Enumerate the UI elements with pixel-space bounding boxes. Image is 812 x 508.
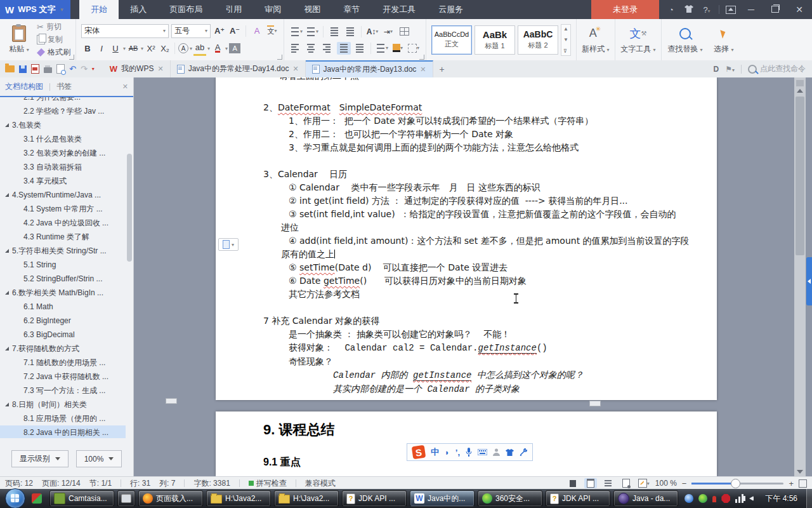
outline-item[interactable]: 5.字符串相关类 String/Str ... xyxy=(0,244,126,258)
help-button[interactable]: ?▾ xyxy=(701,5,712,15)
align-center-button[interactable] xyxy=(305,42,319,55)
dialog-launcher-icon[interactable] xyxy=(419,55,424,60)
skin-shirt-icon[interactable] xyxy=(506,449,514,456)
enclose-char-button[interactable]: A xyxy=(178,43,188,53)
zoom-slider[interactable] xyxy=(691,483,783,485)
page-12[interactable]: 请看上面的第二个点 2、DateFormat SimpleDateFormat1… xyxy=(216,77,717,400)
zoom-in-button[interactable]: + xyxy=(789,479,794,488)
scrollbar-thumb[interactable] xyxy=(796,97,804,255)
decrease-indent-button[interactable] xyxy=(327,25,341,38)
collapse-icon[interactable] xyxy=(5,291,9,295)
direction-button[interactable]: ⇥▾ xyxy=(381,25,395,38)
punctuation-icon[interactable]: ’, xyxy=(455,448,460,457)
outline-item[interactable]: 6.数学相关类 Math/BigIn ... xyxy=(0,286,126,300)
collapse-icon[interactable] xyxy=(5,193,9,197)
collapse-icon[interactable] xyxy=(5,347,9,351)
taskbar-button-7[interactable]: 360安全... xyxy=(478,490,542,507)
outline-item[interactable]: 8.1 应用场景（使用的 ... xyxy=(0,411,126,425)
style-card-2[interactable]: AaBbC标题 2 xyxy=(518,25,558,55)
map-zoom-select[interactable]: 100% xyxy=(76,450,122,467)
outline-item[interactable]: 3.3 自动装箱拆箱 xyxy=(0,160,126,174)
clear-format-button[interactable]: A xyxy=(251,25,263,37)
customize-qat-icon[interactable]: ▾ xyxy=(92,66,95,72)
tray-volume-icon[interactable] xyxy=(749,496,754,501)
char-shading-button[interactable]: A xyxy=(229,43,240,53)
user-icon[interactable] xyxy=(493,448,500,456)
taskbar-button-1[interactable] xyxy=(117,490,135,507)
subscript-button[interactable]: X₂ xyxy=(159,42,171,55)
outline-item[interactable]: 7.获得随机数的方式 xyxy=(0,342,126,356)
font-name-select[interactable]: 宋体▾ xyxy=(81,24,169,38)
close-tab-icon[interactable]: ✕ xyxy=(157,65,163,73)
taskbar-button-5[interactable]: ?JDK API ... xyxy=(342,490,407,507)
style-gallery-arrows[interactable]: ▲▼⊽ xyxy=(561,24,571,56)
menu-tab-1[interactable]: 插入 xyxy=(119,0,158,19)
menu-tab-3[interactable]: 引用 xyxy=(214,0,253,19)
bullet-list-button[interactable]: ▾ xyxy=(289,25,303,38)
taskbar-button-0[interactable]: Camtasia... xyxy=(49,490,114,507)
outline-item[interactable]: 7.3 写一个方法：生成 ... xyxy=(0,384,126,398)
outline-item[interactable]: 6.3 BigDecimal xyxy=(0,328,126,342)
dialog-launcher-icon[interactable] xyxy=(69,55,74,60)
tab-doc-day13[interactable]: Java中的常用类-Day13.doc✕ xyxy=(306,60,433,77)
highlight-button[interactable]: ab xyxy=(193,41,206,56)
distribute-button[interactable] xyxy=(353,42,367,55)
outline-item[interactable]: 4.3 Runtime 类了解 xyxy=(0,230,126,244)
enclose-menu-icon[interactable]: ▾ xyxy=(190,46,192,51)
outline-item[interactable]: 8.日期（时间）相关类 xyxy=(0,398,126,411)
menu-tab-7[interactable]: 开发工具 xyxy=(371,0,427,19)
border-button[interactable]: ▾ xyxy=(407,42,421,55)
outline-item[interactable]: 4.2 Java 中的垃圾回收 ... xyxy=(0,216,126,230)
format-painter-button[interactable]: 格式刷 xyxy=(37,47,70,58)
outline-item[interactable]: 7.1 随机数的使用场景 ... xyxy=(0,356,126,370)
open-icon[interactable] xyxy=(5,65,15,72)
ink-tool-button[interactable]: ▾ xyxy=(638,478,650,488)
strikethrough-button[interactable]: AB xyxy=(127,42,140,55)
close-panel-icon[interactable]: ✕ xyxy=(122,83,128,91)
paste-button[interactable]: 粘贴 ▾ xyxy=(5,25,33,55)
fit-page-icon[interactable] xyxy=(799,479,807,488)
restore-button[interactable] xyxy=(766,0,784,19)
app-logo-button[interactable]: W WPS 文字 ▼ xyxy=(0,0,70,19)
style-card-0[interactable]: AaBbCcDd正文 xyxy=(431,25,472,55)
outline-item[interactable]: 5.2 StringBuffer/Strin ... xyxy=(0,272,126,286)
menu-tab-5[interactable]: 视图 xyxy=(292,0,332,19)
outline-item[interactable]: 2.1 为什么需要... xyxy=(0,97,126,104)
tab-document-map[interactable]: 文档结构图 xyxy=(5,81,43,92)
justify-button[interactable] xyxy=(337,42,351,55)
docer-icon[interactable]: D xyxy=(714,65,719,74)
zoom-percent[interactable]: 100 % xyxy=(655,479,677,488)
outline-item[interactable]: 6.2 BigInteger xyxy=(0,314,126,328)
keyboard-icon[interactable] xyxy=(478,449,487,455)
tab-bookmarks[interactable]: 书签 xyxy=(56,81,72,92)
outline-item[interactable]: 6.1 Math xyxy=(0,300,126,314)
print-icon[interactable] xyxy=(44,67,52,73)
language-mode-icon[interactable]: 中 xyxy=(431,446,439,458)
outline-item[interactable]: 3.4 享元模式 xyxy=(0,174,126,188)
font-size-select[interactable]: 五号▾ xyxy=(171,24,211,38)
insert-table-button[interactable] xyxy=(397,25,411,38)
outline-item[interactable]: 3.包装类 xyxy=(0,118,126,132)
taskbar-button-6[interactable]: WJava中的... xyxy=(410,490,475,507)
style-card-1[interactable]: AaBk标题 1 xyxy=(475,25,515,55)
outline-item[interactable]: 3.1 什么是包装类 xyxy=(0,132,126,146)
close-tab-icon[interactable]: ✕ xyxy=(292,65,298,73)
bold-button[interactable]: B xyxy=(81,42,94,55)
pinyin-guide-button[interactable]: 文▾ xyxy=(266,25,278,37)
skin-icon[interactable] xyxy=(683,5,695,15)
underline-button[interactable]: U xyxy=(109,42,122,55)
zoom-slider-thumb[interactable] xyxy=(731,479,740,488)
view-web-layout-button[interactable] xyxy=(620,478,632,488)
document-canvas[interactable]: 请看上面的第二个点 2、DateFormat SimpleDateFormat1… xyxy=(134,77,812,476)
display-level-select[interactable]: 显示级别 xyxy=(11,450,69,467)
spell-check-status[interactable]: 拼写检查 xyxy=(249,478,287,489)
select-button[interactable]: 选择 ▾ xyxy=(710,25,738,55)
undo-icon[interactable]: ↶ xyxy=(69,64,76,74)
word-count[interactable]: 字数: 3381 xyxy=(193,478,230,489)
find-replace-button[interactable]: 查找替换 ▾ xyxy=(667,25,704,55)
print-preview-icon[interactable] xyxy=(56,64,65,74)
side-panel-pull-tab[interactable] xyxy=(806,257,812,305)
grow-font-button[interactable]: A⁺ xyxy=(213,25,226,37)
tray-messenger-icon[interactable] xyxy=(684,494,693,503)
tray-360-icon[interactable] xyxy=(698,494,707,503)
